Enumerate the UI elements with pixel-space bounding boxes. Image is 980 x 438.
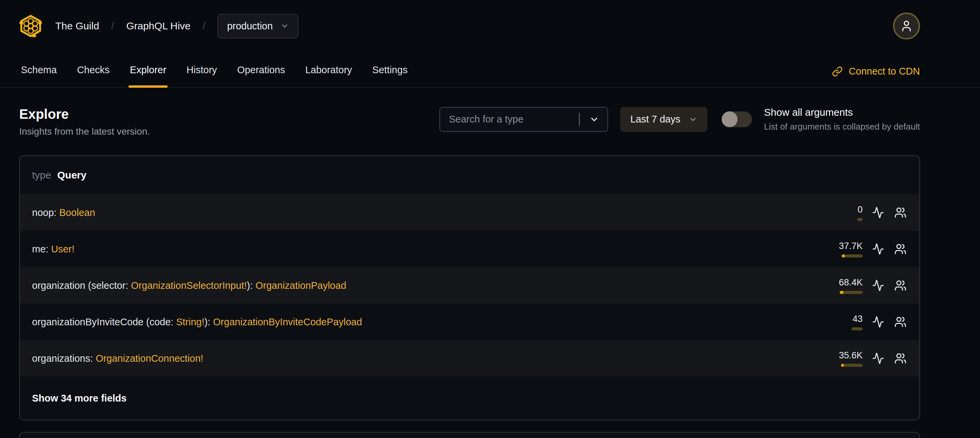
type-search-input[interactable] (440, 114, 613, 125)
combobox-divider (579, 113, 580, 126)
field-text: me: (32, 244, 51, 255)
tab-operations[interactable]: Operations (227, 64, 295, 87)
field-type-ref[interactable]: User! (51, 244, 74, 255)
show-more-fields-button[interactable]: Show 34 more fields (20, 377, 919, 420)
usage-count-block: 68.4K (823, 277, 863, 294)
breadcrumb-separator: / (203, 20, 205, 32)
schema-type-card: type Query noop: Boolean0me: User!37.7Ko… (19, 155, 920, 420)
toggle-description: List of arguments is collapsed by defaul… (764, 121, 920, 132)
usage-count: 68.4K (839, 277, 863, 288)
field-row[interactable]: organizations: OrganizationConnection!35… (20, 340, 919, 377)
usage-bar (842, 255, 863, 258)
field-activity-button[interactable] (872, 352, 885, 365)
users-icon (894, 316, 907, 328)
page-head: Explore Insights from the latest version… (19, 107, 920, 137)
chevron-down-icon (589, 115, 599, 124)
activity-icon (872, 243, 884, 255)
usage-bar (840, 291, 863, 294)
field-clients-button[interactable] (894, 315, 907, 329)
field-clients-button[interactable] (894, 206, 907, 219)
usage-count-block: 0 (823, 204, 863, 221)
field-type-ref[interactable]: Boolean (59, 207, 95, 218)
field-usage-cluster: 37.7K (823, 241, 907, 258)
activity-icon (872, 207, 884, 219)
tab-schema[interactable]: Schema (11, 64, 67, 87)
usage-bar (851, 327, 863, 330)
field-clients-button[interactable] (894, 279, 907, 292)
field-type-ref[interactable]: OrganizationPayload (256, 280, 346, 291)
usage-bar (857, 218, 863, 221)
activity-icon (872, 279, 884, 291)
field-signature: organizationByInviteCode (code: String!)… (32, 317, 362, 328)
breadcrumb-project[interactable]: GraphQL Hive (126, 20, 191, 32)
target-selector-button[interactable]: production (218, 14, 298, 38)
users-icon (894, 279, 907, 291)
controls: Last 7 days Show all arguments List of a… (439, 107, 920, 132)
field-usage-cluster: 43 (823, 314, 907, 330)
usage-bar (841, 364, 863, 367)
users-icon (894, 207, 907, 219)
field-text: organizations: (32, 353, 96, 364)
tabs: SchemaChecksExplorerHistoryOperationsLab… (11, 47, 418, 87)
tab-laboratory[interactable]: Laboratory (295, 64, 362, 87)
tab-explorer[interactable]: Explorer (120, 64, 177, 87)
usage-count-block: 37.7K (823, 241, 863, 258)
hive-logo-icon[interactable] (19, 15, 42, 37)
field-type-ref[interactable]: OrganizationByInviteCodePayload (213, 317, 362, 327)
usage-count-block: 43 (823, 314, 863, 330)
tab-history[interactable]: History (177, 64, 227, 87)
field-row[interactable]: organizationByInviteCode (code: String!)… (20, 304, 919, 340)
activity-icon (872, 316, 884, 328)
breadcrumb-org[interactable]: The Guild (55, 20, 99, 32)
field-signature: me: User! (32, 244, 75, 255)
field-row[interactable]: noop: Boolean0 (20, 194, 919, 231)
field-text: organizationByInviteCode (code: (32, 317, 176, 327)
users-icon (894, 352, 907, 365)
field-usage-cluster: 35.6K (823, 350, 907, 367)
field-type-ref[interactable]: OrganizationConnection! (96, 353, 204, 364)
field-list: noop: Boolean0me: User!37.7Korganization… (20, 194, 919, 377)
period-select-button[interactable]: Last 7 days (620, 107, 707, 132)
field-usage-cluster: 0 (823, 204, 907, 221)
field-row[interactable]: me: User!37.7K (20, 231, 919, 267)
field-text: organization (selector: (32, 280, 131, 291)
field-clients-button[interactable] (894, 352, 907, 365)
show-arguments-toggle[interactable] (722, 111, 752, 127)
field-signature: organizations: OrganizationConnection! (32, 353, 204, 364)
field-activity-button[interactable] (872, 279, 885, 292)
target-selector-value: production (227, 21, 272, 32)
user-menu-button[interactable] (893, 13, 920, 40)
type-card-header: type Query (20, 156, 919, 194)
field-type-ref[interactable]: OrganizationSelectorInput! (131, 280, 247, 291)
combobox-chevron-button[interactable] (589, 115, 599, 124)
top-bar: The Guild / GraphQL Hive / production (0, 0, 980, 47)
link-icon (832, 66, 843, 77)
usage-count: 0 (858, 204, 863, 215)
usage-count: 37.7K (839, 241, 863, 252)
field-activity-button[interactable] (872, 206, 885, 219)
field-usage-cluster: 68.4K (823, 277, 907, 294)
next-card-partial (19, 432, 920, 438)
tab-settings[interactable]: Settings (362, 64, 418, 87)
field-type-ref[interactable]: String! (176, 317, 204, 327)
connect-cdn-button[interactable]: Connect to CDN (832, 66, 920, 87)
field-row[interactable]: organization (selector: OrganizationSele… (20, 267, 919, 304)
tab-bar: SchemaChecksExplorerHistoryOperationsLab… (0, 47, 980, 88)
field-signature: noop: Boolean (32, 207, 95, 218)
field-signature: organization (selector: OrganizationSele… (32, 280, 346, 291)
page-title-block: Explore Insights from the latest version… (19, 107, 150, 137)
breadcrumb: The Guild / GraphQL Hive / production (55, 14, 299, 38)
field-clients-button[interactable] (894, 242, 907, 256)
user-icon (900, 19, 913, 32)
tab-checks[interactable]: Checks (67, 64, 120, 87)
toggle-knob (722, 111, 738, 127)
activity-icon (872, 352, 884, 365)
type-search-combobox (439, 107, 608, 132)
chevron-down-icon (280, 22, 289, 30)
field-activity-button[interactable] (872, 315, 885, 329)
toggle-labels: Show all arguments List of arguments is … (764, 107, 920, 132)
main-content: Explore Insights from the latest version… (19, 107, 920, 438)
field-text: noop: (32, 207, 59, 218)
usage-count: 43 (853, 314, 863, 324)
field-activity-button[interactable] (872, 242, 885, 256)
